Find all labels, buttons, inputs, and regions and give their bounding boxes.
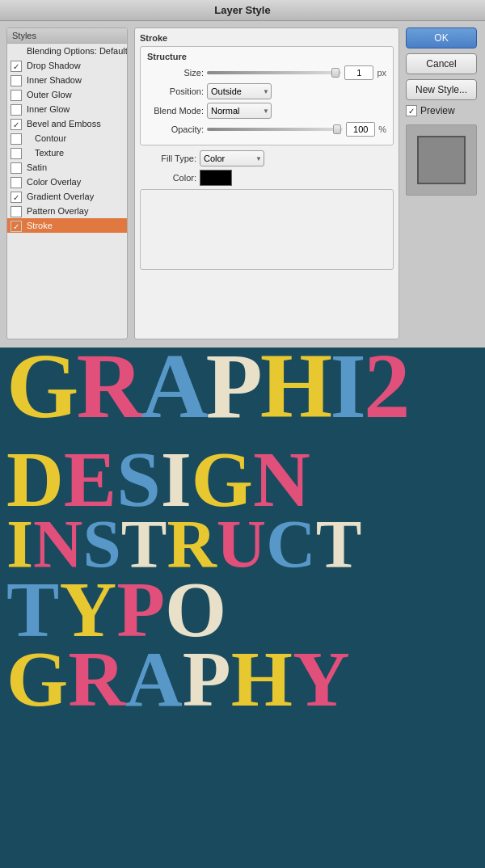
fill-type-row: Fill Type: Color ▼ bbox=[140, 150, 394, 166]
opacity-label: Opacity: bbox=[147, 124, 204, 134]
inner-shadow-checkbox[interactable] bbox=[11, 75, 22, 86]
position-row: Position: Outside ▼ bbox=[147, 83, 386, 99]
inner-glow-checkbox[interactable] bbox=[11, 104, 22, 116]
style-item-inner-glow[interactable]: Inner Glow bbox=[7, 102, 127, 116]
opacity-row: Opacity: % bbox=[147, 122, 386, 137]
outer-glow-checkbox[interactable] bbox=[11, 90, 22, 101]
blending-label: Blending Options: Default bbox=[27, 46, 128, 56]
gradient-overlay-checkbox[interactable]: ✓ bbox=[11, 192, 22, 203]
preview-box bbox=[406, 124, 477, 196]
satin-checkbox[interactable] bbox=[11, 162, 22, 174]
color-label: Color: bbox=[140, 173, 196, 183]
position-label: Position: bbox=[147, 86, 204, 96]
styles-panel: Styles Blending Options: Default ✓ Drop … bbox=[6, 27, 128, 339]
preview-label: Preview bbox=[420, 105, 455, 116]
blend-mode-select[interactable]: Normal ▼ bbox=[207, 103, 272, 119]
stroke-checkbox[interactable]: ✓ bbox=[11, 221, 22, 232]
fill-preview-area bbox=[140, 189, 394, 270]
drop-shadow-checkbox[interactable]: ✓ bbox=[11, 61, 22, 72]
design-line: DESIGN bbox=[6, 445, 479, 514]
typo-line: TYPO bbox=[6, 575, 479, 644]
cancel-button[interactable]: Cancel bbox=[406, 53, 477, 74]
top-partial-area: GRAPHI2 bbox=[0, 348, 485, 445]
fill-type-select[interactable]: Color ▼ bbox=[200, 150, 264, 166]
buttons-panel: OK Cancel New Style... ✓ Preview bbox=[406, 27, 479, 339]
ok-button[interactable]: OK bbox=[406, 27, 477, 48]
style-item-drop-shadow[interactable]: ✓ Drop Shadow bbox=[7, 58, 127, 73]
preview-checkbox-box[interactable]: ✓ bbox=[406, 105, 417, 116]
dialog-title: Layer Style bbox=[214, 4, 270, 16]
style-item-color-overlay[interactable]: Color Overlay bbox=[7, 175, 127, 189]
style-item-inner-shadow[interactable]: Inner Shadow bbox=[7, 73, 127, 87]
style-item-bevel-emboss[interactable]: ✓ Bevel and Emboss bbox=[7, 116, 127, 131]
color-row: Color: bbox=[140, 170, 394, 186]
position-arrow-icon: ▼ bbox=[263, 88, 269, 95]
stroke-section-title: Stroke bbox=[140, 33, 394, 43]
fill-type-label: Fill Type: bbox=[140, 154, 196, 163]
fill-type-arrow-icon: ▼ bbox=[255, 155, 262, 162]
color-overlay-checkbox[interactable] bbox=[11, 177, 22, 188]
position-select[interactable]: Outside ▼ bbox=[207, 83, 272, 99]
stroke-settings-panel: Stroke Structure Size: px Position: Ou bbox=[134, 27, 399, 339]
structure-legend: Structure bbox=[147, 52, 386, 61]
top-partial-text: GRAPHI2 bbox=[0, 348, 485, 432]
blend-arrow-icon: ▼ bbox=[263, 107, 269, 115]
color-swatch[interactable] bbox=[200, 170, 232, 186]
style-item-stroke[interactable]: ✓ Stroke bbox=[7, 218, 127, 233]
size-unit: px bbox=[377, 68, 386, 78]
blend-mode-row: Blend Mode: Normal ▼ bbox=[147, 103, 386, 119]
contour-checkbox[interactable] bbox=[11, 133, 22, 145]
style-item-gradient-overlay[interactable]: ✓ Gradient Overlay bbox=[7, 189, 127, 204]
size-row: Size: px bbox=[147, 65, 386, 80]
new-style-button[interactable]: New Style... bbox=[406, 79, 477, 100]
opacity-unit: % bbox=[378, 124, 386, 134]
style-item-texture[interactable]: Texture bbox=[7, 145, 127, 160]
layer-style-dialog: Layer Style Styles Blending Options: Def… bbox=[0, 0, 485, 348]
size-input[interactable] bbox=[344, 65, 373, 80]
graphy-line: GRAPHY bbox=[6, 644, 479, 714]
opacity-input[interactable] bbox=[346, 122, 375, 137]
pattern-overlay-checkbox[interactable] bbox=[11, 206, 22, 217]
styles-header: Styles bbox=[7, 28, 127, 44]
preview-inner-box bbox=[417, 136, 466, 184]
blending-options-item[interactable]: Blending Options: Default bbox=[7, 44, 127, 58]
style-item-outer-glow[interactable]: Outer Glow bbox=[7, 87, 127, 102]
art-area: DESIGN INSTRUCT TYPO GRAPHY bbox=[0, 445, 485, 868]
opacity-slider[interactable] bbox=[207, 128, 343, 131]
style-item-satin[interactable]: Satin bbox=[7, 160, 127, 175]
dialog-title-bar: Layer Style bbox=[0, 0, 485, 21]
blend-mode-label: Blend Mode: bbox=[147, 106, 204, 116]
size-label: Size: bbox=[147, 68, 204, 78]
size-slider[interactable] bbox=[207, 71, 341, 74]
preview-toggle[interactable]: ✓ Preview bbox=[406, 105, 479, 116]
structure-fieldset: Structure Size: px Position: Outside ▼ bbox=[140, 46, 394, 145]
style-item-pattern-overlay[interactable]: Pattern Overlay bbox=[7, 204, 127, 218]
bevel-emboss-checkbox[interactable]: ✓ bbox=[11, 119, 22, 130]
style-item-contour[interactable]: Contour bbox=[7, 131, 127, 145]
texture-checkbox[interactable] bbox=[11, 148, 22, 159]
